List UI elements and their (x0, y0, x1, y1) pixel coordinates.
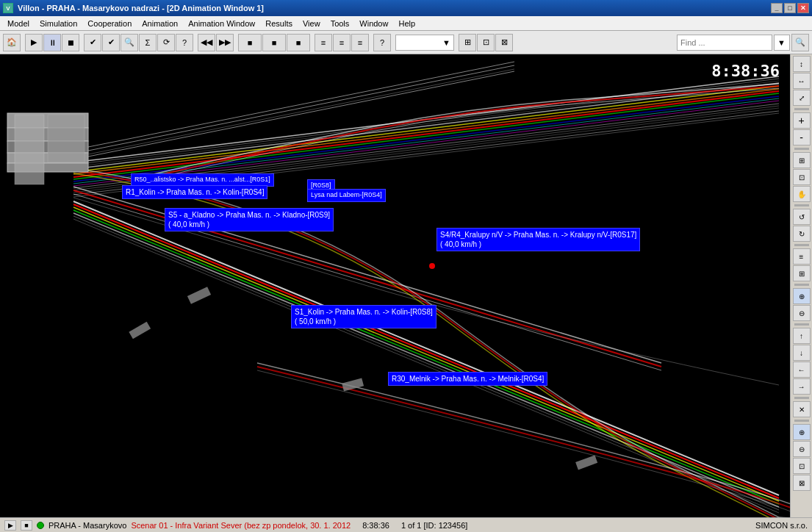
rtb-expand-button[interactable]: ⤢ (793, 90, 811, 106)
rtb-fit-button[interactable]: ⊞ (793, 152, 811, 168)
tb-stop-button[interactable]: ⏹ (62, 34, 79, 51)
menu-animation-window[interactable]: Animation Window (184, 18, 259, 29)
rtb-pan-button[interactable]: ✋ (793, 186, 811, 202)
svg-point-34 (429, 263, 435, 269)
window-title: Villon - PRAHA - Masarykovo nadrazi - [2… (18, 4, 264, 12)
train-label-s5[interactable]: S5 - a_Kladno -> Praha Mas. n. -> Kladno… (165, 208, 334, 231)
menu-cooperation[interactable]: Cooperation (83, 18, 136, 29)
tb-pause-button[interactable]: ⏸ (43, 34, 61, 51)
status-left: ▶ ■ PRAHA - Masarykovo Scenar 01 - Infra… (4, 520, 351, 531)
rtb-arrows-button[interactable]: ↕ (793, 56, 811, 72)
tb-back-button[interactable]: ◀◀ (198, 34, 215, 51)
tb-refresh-button[interactable]: ⟳ (157, 34, 175, 51)
status-icon1[interactable]: ▶ (4, 520, 16, 531)
train-label-r30[interactable]: R30_Melnik -> Praha Mas. n. -> Melnik-[R… (388, 372, 547, 386)
menu-tools[interactable]: Tools (326, 18, 354, 29)
right-toolbar: ↕ ↔ ⤢ + - ⊞ ⊡ ✋ ↺ ↻ ≡ ⊞ ⊕ ⊖ ↑ ↓ ← → ✕ ⊕ … (790, 54, 812, 517)
rtb-layer-button[interactable]: ≡ (793, 248, 811, 265)
speed-dropdown[interactable]: ▼ (395, 35, 454, 51)
rtb-grid-button[interactable]: ⊞ (793, 265, 811, 281)
status-bar: ▶ ■ PRAHA - Masarykovo Scenar 01 - Infra… (0, 517, 812, 532)
svg-rect-30 (187, 287, 211, 304)
title-bar-left: V Villon - PRAHA - Masarykovo nadrazi - … (3, 3, 264, 13)
rtb-extra1-button[interactable]: ⊕ (793, 424, 811, 440)
svg-rect-31 (129, 322, 151, 339)
canvas-area[interactable]: 8:38:36 R50_..alistsko -> Praha Mas. n. … (0, 54, 790, 517)
svg-rect-40 (15, 115, 44, 184)
menu-bar: Model Simulation Cooperation Animation A… (0, 16, 812, 31)
tb-zoom-button[interactable]: 🔍 (121, 34, 138, 51)
rtb-rotate-right-button[interactable]: ↻ (793, 226, 811, 242)
rtb-zoom-plus-button[interactable]: ⊕ (793, 288, 811, 304)
tb-input-button[interactable]: ? (373, 34, 391, 51)
tb-extra2-button[interactable]: ⊡ (477, 34, 495, 51)
tb-sigma-button[interactable]: Σ (139, 34, 157, 51)
tb-rec3-button[interactable]: ■ (287, 34, 310, 51)
find-input[interactable] (677, 35, 772, 51)
tb-forward-button[interactable]: ▶▶ (216, 34, 234, 51)
tb-grid2-button[interactable]: ≡ (333, 34, 351, 51)
train-label-s4r4[interactable]: S4/R4_Kralupy n/V -> Praha Mas. n. -> Kr… (436, 228, 640, 251)
app-icon: V (3, 3, 13, 13)
tb-check1-button[interactable]: ✔ (84, 34, 101, 51)
svg-line-26 (73, 210, 779, 504)
find-dropdown[interactable]: ▼ (774, 35, 790, 51)
rtb-rotate-left-button[interactable]: ↺ (793, 209, 811, 225)
svg-line-24 (73, 204, 779, 498)
status-location: PRAHA - Masarykovo (48, 521, 126, 530)
title-bar: V Villon - PRAHA - Masarykovo nadrazi - … (0, 0, 812, 16)
minimize-button[interactable]: _ (771, 3, 783, 13)
maximize-button[interactable]: □ (784, 3, 796, 13)
track-svg (0, 54, 790, 517)
menu-simulation[interactable]: Simulation (35, 18, 82, 29)
rtb-extra4-button[interactable]: ⊠ (793, 475, 811, 491)
status-scenario: Scenar 01 - Infra Variant Sever (bez zp … (131, 521, 351, 530)
find-go-button[interactable]: 🔍 (791, 34, 809, 51)
rtb-left-button[interactable]: ← (793, 362, 811, 378)
rtb-up-button[interactable]: ↑ (793, 328, 811, 344)
tb-home-button[interactable]: 🏠 (3, 34, 21, 51)
svg-rect-41 (48, 115, 85, 162)
train-label-lysa[interactable]: Lysa nad Labem-[R0S4] (307, 189, 386, 202)
svg-line-13 (73, 91, 779, 177)
menu-animation[interactable]: Animation (137, 18, 182, 29)
toolbar: 🏠 ▶ ⏸ ⏹ ✔ ✔ 🔍 Σ ⟳ ? ◀◀ ▶▶ ■ ■ ■ ≡ ≡ ≡ ? … (0, 31, 812, 54)
tb-play-button[interactable]: ▶ (25, 34, 43, 51)
svg-line-12 (73, 89, 779, 174)
menu-window[interactable]: Window (355, 18, 392, 29)
tb-grid3-button[interactable]: ≡ (351, 34, 369, 51)
menu-view[interactable]: View (298, 18, 325, 29)
status-dot (37, 522, 44, 529)
status-icon2[interactable]: ■ (21, 520, 32, 531)
rtb-down-button[interactable]: ↓ (793, 345, 811, 361)
train-label-s1[interactable]: S1_Kolin -> Praha Mas. n. -> Kolin-[R0S8… (291, 305, 436, 328)
rtb-extra2-button[interactable]: ⊖ (793, 441, 811, 457)
rtb-select-button[interactable]: ⊡ (793, 169, 811, 185)
menu-results[interactable]: Results (261, 18, 297, 29)
status-company: SIMCON s.r.o. (755, 521, 808, 530)
tb-extra3-button[interactable]: ⊠ (495, 34, 513, 51)
rtb-zoom-out-button[interactable]: - (793, 129, 811, 145)
tb-help-button[interactable]: ? (176, 34, 193, 51)
rtb-right-button[interactable]: → (793, 378, 811, 395)
close-button[interactable]: ✕ (797, 3, 809, 13)
train-label-r1[interactable]: R1_Kolin -> Praha Mas. n. -> Kolin-[R0S4… (122, 185, 267, 199)
svg-line-23 (73, 201, 779, 495)
rtb-cross-button[interactable]: ✕ (793, 401, 811, 417)
main-area: 8:38:36 R50_..alistsko -> Praha Mas. n. … (0, 54, 812, 517)
title-bar-controls: _ □ ✕ (771, 3, 809, 13)
menu-model[interactable]: Model (3, 18, 34, 29)
tb-extra1-button[interactable]: ⊞ (459, 34, 476, 51)
tb-rec1-button[interactable]: ■ (238, 34, 262, 51)
tb-rec2-button[interactable]: ■ (262, 34, 286, 51)
svg-line-25 (73, 207, 779, 501)
rtb-zoom-minus-button[interactable]: ⊖ (793, 305, 811, 321)
rtb-extra3-button[interactable]: ⊡ (793, 458, 811, 474)
tb-grid1-button[interactable]: ≡ (315, 34, 332, 51)
tb-check2-button[interactable]: ✔ (102, 34, 120, 51)
rtb-zoom-in-button[interactable]: + (793, 112, 811, 129)
status-time: 8:38:36 (362, 521, 389, 530)
rtb-arrows2-button[interactable]: ↔ (793, 73, 811, 89)
time-display: 8:38:36 (711, 62, 780, 80)
menu-help[interactable]: Help (394, 18, 420, 29)
